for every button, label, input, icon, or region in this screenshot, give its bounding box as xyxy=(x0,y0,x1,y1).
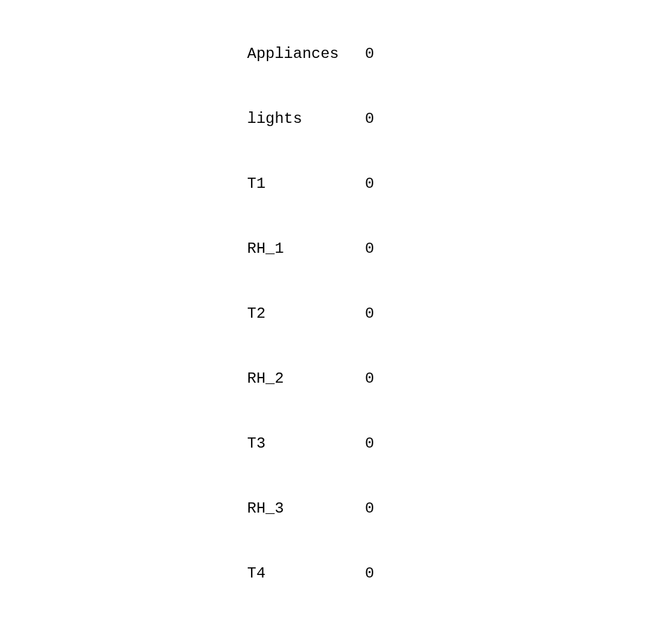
series-index-label: T4 xyxy=(247,563,365,585)
table-row: Appliances0 xyxy=(247,43,374,65)
series-index-label: lights xyxy=(247,108,365,130)
series-value: 0 xyxy=(365,43,374,65)
pandas-series-output: Appliances0 lights0 T10 RH_10 T20 RH_20 … xyxy=(247,0,374,624)
series-index-label: RH_1 xyxy=(247,238,365,260)
series-value: 0 xyxy=(365,563,374,585)
table-row: RH_20 xyxy=(247,368,374,390)
series-index-label: Appliances xyxy=(247,43,365,65)
series-index-label: T3 xyxy=(247,433,365,455)
series-index-label: RH_2 xyxy=(247,368,365,390)
table-row: RH_10 xyxy=(247,238,374,260)
table-row: T20 xyxy=(247,303,374,325)
series-value: 0 xyxy=(365,433,374,455)
series-value: 0 xyxy=(365,368,374,390)
series-value: 0 xyxy=(365,498,374,520)
series-index-label: RH_3 xyxy=(247,498,365,520)
series-value: 0 xyxy=(365,173,374,195)
series-index-label: T1 xyxy=(247,173,365,195)
series-index-label: T2 xyxy=(247,303,365,325)
series-value: 0 xyxy=(365,303,374,325)
table-row: lights0 xyxy=(247,108,374,130)
series-value: 0 xyxy=(365,238,374,260)
table-row: T30 xyxy=(247,433,374,455)
table-row: T10 xyxy=(247,173,374,195)
table-row: T40 xyxy=(247,563,374,585)
series-value: 0 xyxy=(365,108,374,130)
table-row: RH_30 xyxy=(247,498,374,520)
